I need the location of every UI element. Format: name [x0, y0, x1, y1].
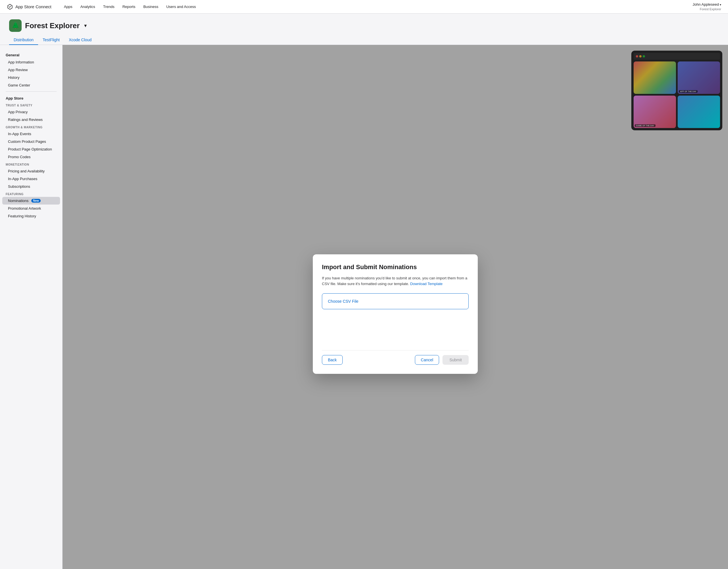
app-tabs: Distribution TestFlight Xcode Cloud — [9, 35, 719, 45]
user-app-subtitle: Forest Explorer — [700, 7, 721, 11]
sidebar-item-in-app-events[interactable]: In-App Events — [0, 130, 62, 138]
user-name: John Appleseed▾ — [692, 2, 721, 7]
sidebar: General App Information App Review Histo… — [0, 45, 63, 569]
modal-description-text: If you have multiple nominations you'd l… — [322, 276, 467, 286]
cancel-button[interactable]: Cancel — [415, 355, 439, 365]
sidebar-item-promo-codes[interactable]: Promo Codes — [0, 153, 62, 161]
sidebar-section-general: General App Information App Review Histo… — [0, 51, 62, 89]
sidebar-section-app-store: App Store TRUST & SAFETY App Privacy Rat… — [0, 94, 62, 220]
top-nav: App Store Connect Apps Analytics Trends … — [0, 0, 728, 14]
sidebar-item-in-app-purchases[interactable]: In-App Purchases — [0, 175, 62, 183]
sidebar-item-ratings-reviews[interactable]: Ratings and Reviews — [0, 116, 62, 123]
app-header: 🌲 Forest Explorer ▾ Distribution TestFli… — [0, 14, 728, 45]
sidebar-divider-1 — [6, 91, 57, 92]
import-nominations-modal: Import and Submit Nominations If you hav… — [313, 254, 478, 374]
main-layout: General App Information App Review Histo… — [0, 45, 728, 569]
sidebar-section-growth-marketing: GROWTH & MARKETING — [0, 123, 62, 130]
nav-trends[interactable]: Trends — [100, 2, 118, 11]
nav-reports[interactable]: Reports — [119, 2, 139, 11]
back-button[interactable]: Back — [322, 355, 343, 365]
sidebar-item-promotional-artwork[interactable]: Promotional Artwork — [0, 204, 62, 212]
sidebar-item-history[interactable]: History — [0, 74, 62, 81]
download-template-link[interactable]: Download Template — [410, 281, 442, 286]
sidebar-item-subscriptions[interactable]: Subscriptions — [0, 183, 62, 190]
sidebar-item-app-review[interactable]: App Review — [0, 66, 62, 74]
sidebar-section-featuring: FEATURING — [0, 190, 62, 197]
tab-distribution[interactable]: Distribution — [9, 35, 38, 45]
csv-upload-label: Choose CSV File — [328, 299, 358, 304]
nav-apps[interactable]: Apps — [61, 2, 76, 11]
modal-description: If you have multiple nominations you'd l… — [322, 275, 469, 287]
submit-button[interactable]: Submit — [442, 355, 469, 365]
modal-spacer — [322, 316, 469, 350]
sidebar-group-general-title: General — [0, 51, 62, 58]
nav-business[interactable]: Business — [140, 2, 162, 11]
sidebar-item-featuring-history[interactable]: Featuring History — [0, 212, 62, 220]
nav-users-access[interactable]: Users and Access — [163, 2, 199, 11]
user-chevron-icon: ▾ — [720, 3, 721, 6]
nominations-new-badge: New — [31, 199, 41, 202]
sidebar-section-trust-safety: TRUST & SAFETY — [0, 102, 62, 108]
top-nav-logo-text: App Store Connect — [15, 4, 51, 9]
sidebar-item-app-privacy[interactable]: App Privacy — [0, 108, 62, 116]
main-content: APP OF THE DAY GAME OF THE DAY Import an… — [63, 45, 728, 569]
sidebar-item-custom-product-pages[interactable]: Custom Product Pages — [0, 138, 62, 145]
modal-right-buttons: Cancel Submit — [415, 355, 469, 365]
sidebar-item-app-information[interactable]: App Information — [0, 58, 62, 66]
sidebar-group-app-store-title: App Store — [0, 94, 62, 102]
app-name: Forest Explorer — [25, 21, 80, 30]
top-nav-links: Apps Analytics Trends Reports Business U… — [61, 2, 693, 11]
modal-footer: Back Cancel Submit — [322, 350, 469, 365]
app-name-chevron-icon[interactable]: ▾ — [84, 22, 87, 29]
asc-logo-icon — [7, 4, 13, 10]
app-icon: 🌲 — [9, 19, 22, 32]
sidebar-section-monetization: MONETIZATION — [0, 161, 62, 167]
sidebar-item-game-center[interactable]: Game Center — [0, 81, 62, 89]
user-menu[interactable]: John Appleseed▾ Forest Explorer — [692, 2, 721, 11]
sidebar-item-product-page-optimization[interactable]: Product Page Optimization — [0, 145, 62, 153]
modal-title: Import and Submit Nominations — [322, 263, 469, 271]
sidebar-item-nominations[interactable]: Nominations New — [2, 197, 60, 204]
sidebar-item-nominations-label: Nominations — [8, 198, 28, 203]
nav-analytics[interactable]: Analytics — [77, 2, 98, 11]
app-title-row: 🌲 Forest Explorer ▾ — [9, 19, 719, 32]
app-store-connect-logo[interactable]: App Store Connect — [7, 4, 51, 10]
tab-testflight[interactable]: TestFlight — [38, 35, 64, 45]
modal-overlay: Import and Submit Nominations If you hav… — [63, 45, 728, 569]
tab-xcode-cloud[interactable]: Xcode Cloud — [64, 35, 96, 45]
sidebar-item-pricing[interactable]: Pricing and Availability — [0, 167, 62, 175]
csv-upload-area[interactable]: Choose CSV File — [322, 293, 469, 309]
